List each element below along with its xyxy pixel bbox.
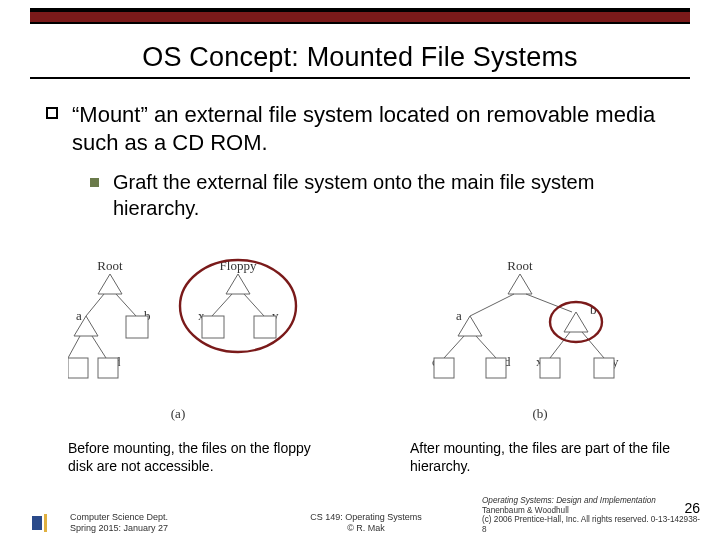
footer-date: Spring 2015: January 27 <box>70 523 250 534</box>
title-underline <box>30 77 690 79</box>
decor-bar-thin <box>30 22 690 24</box>
square-bullet-icon <box>46 107 58 119</box>
square-fill-bullet-icon <box>90 178 99 187</box>
svg-line-15 <box>470 294 514 316</box>
svg-rect-13 <box>254 316 276 338</box>
figures-row: Root a b c d Floppy x <box>68 258 690 428</box>
svg-line-10 <box>212 294 232 316</box>
label-root-b: Root <box>507 258 533 273</box>
svg-marker-14 <box>508 274 532 294</box>
svg-rect-21 <box>434 358 454 378</box>
svg-rect-12 <box>202 316 224 338</box>
bullet-level1: “Mount” an external file system located … <box>46 101 674 156</box>
label-a: a <box>76 308 82 323</box>
svg-line-1 <box>86 294 104 316</box>
footer-dept: Computer Science Dept. <box>70 512 250 523</box>
bullet-level2: Graft the external file system onto the … <box>90 170 674 221</box>
bullet1-text: “Mount” an external file system located … <box>72 101 674 156</box>
svg-rect-27 <box>32 516 42 530</box>
svg-line-11 <box>244 294 264 316</box>
svg-marker-0 <box>98 274 122 294</box>
svg-marker-18 <box>564 312 588 332</box>
slide: OS Concept: Mounted File Systems “Mount”… <box>0 0 720 540</box>
footer-authors: Tanenbaum & Woodhull <box>482 506 702 515</box>
label-root-a: Root <box>97 258 123 273</box>
footer-isbn: (c) 2006 Prentice-Hall, Inc. All rights … <box>482 515 702 534</box>
body: “Mount” an external file system located … <box>30 101 690 221</box>
footer-copyright: © R. Mak <box>250 523 482 534</box>
slide-title: OS Concept: Mounted File Systems <box>142 42 578 73</box>
fig-label-a: (a) <box>171 406 185 421</box>
svg-line-20 <box>476 336 496 358</box>
svg-rect-26 <box>594 358 614 378</box>
svg-marker-9 <box>226 274 250 294</box>
footer-book: Operating Systems: Design and Implementa… <box>482 496 702 505</box>
svg-rect-4 <box>126 316 148 338</box>
diagram-b: Root a b c d x <box>390 258 690 428</box>
diagram-a: Root a b c d Floppy x <box>68 258 358 428</box>
label-a-b: a <box>456 308 462 323</box>
caption-a: Before mounting, the files on the floppy… <box>68 440 338 475</box>
svg-line-6 <box>92 336 106 358</box>
svg-rect-7 <box>68 358 88 378</box>
decor-bar-red <box>30 12 690 22</box>
fig-label-b: (b) <box>532 406 547 421</box>
footer-mid: CS 149: Operating Systems © R. Mak <box>250 512 482 534</box>
captions: Before mounting, the files on the floppy… <box>68 440 680 475</box>
svg-line-23 <box>550 332 570 358</box>
svg-line-19 <box>444 336 464 358</box>
bullet2-text: Graft the external file system onto the … <box>113 170 674 221</box>
svg-rect-25 <box>540 358 560 378</box>
svg-rect-8 <box>98 358 118 378</box>
svg-rect-22 <box>486 358 506 378</box>
footer: Computer Science Dept. Spring 2015: Janu… <box>0 496 720 534</box>
footer-right: Operating Systems: Design and Implementa… <box>482 496 702 534</box>
caption-b: After mounting, the files are part of th… <box>410 440 680 475</box>
title-block: OS Concept: Mounted File Systems <box>30 42 690 79</box>
footer-left: Computer Science Dept. Spring 2015: Janu… <box>70 512 250 534</box>
sjsu-logo-icon <box>30 512 60 534</box>
footer-course: CS 149: Operating Systems <box>250 512 482 523</box>
svg-rect-28 <box>44 514 47 532</box>
svg-line-2 <box>116 294 136 316</box>
